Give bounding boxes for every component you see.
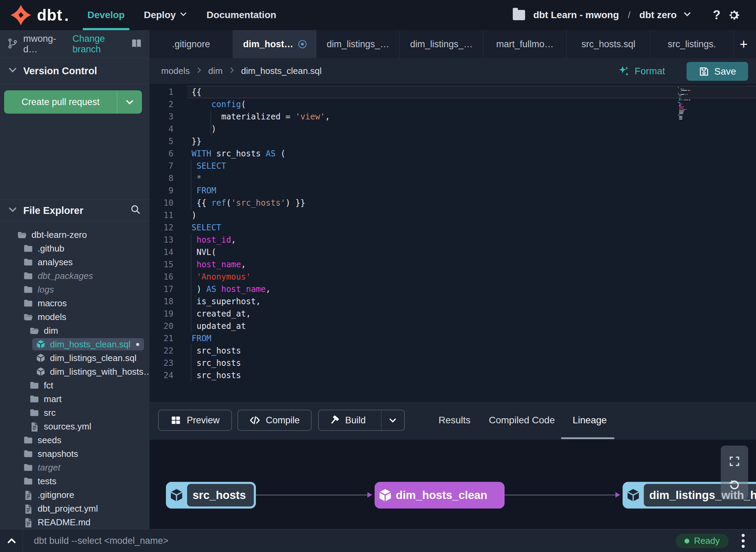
line-number[interactable]: 5: [149, 135, 173, 147]
tab-lineage[interactable]: Lineage: [573, 411, 607, 430]
code-line-11[interactable]: ): [187, 209, 756, 221]
build-button[interactable]: Build: [318, 410, 405, 431]
tree-item-tests[interactable]: tests: [0, 474, 149, 488]
pull-request-dropdown[interactable]: [117, 90, 142, 114]
code-line-13[interactable]: host_id,: [187, 234, 756, 246]
line-number[interactable]: 14: [149, 246, 173, 258]
tree-item-dim-listings-with-hosts-[interactable]: dim_listings_with_hosts…: [0, 365, 149, 378]
code-line-23[interactable]: src_hosts: [187, 357, 756, 369]
line-number[interactable]: 6: [149, 147, 173, 160]
version-control-header[interactable]: Version Control: [0, 58, 149, 84]
code-line-6[interactable]: WITH src_hosts AS (: [187, 147, 756, 160]
tab-results[interactable]: Results: [439, 411, 470, 430]
code-line-19[interactable]: created_at,: [187, 308, 756, 320]
line-number[interactable]: 12: [149, 221, 173, 234]
line-number[interactable]: 18: [149, 295, 173, 308]
tree-item-analyses[interactable]: analyses: [0, 255, 149, 269]
line-number[interactable]: 15: [149, 258, 173, 271]
tree-item-target[interactable]: target: [0, 461, 149, 474]
tree-item--github[interactable]: .github: [0, 242, 149, 255]
line-number[interactable]: 11: [149, 209, 173, 221]
new-tab-button[interactable]: +: [735, 30, 753, 58]
preview-button[interactable]: Preview: [158, 410, 232, 431]
kebab-menu-icon[interactable]: [736, 534, 750, 548]
editor-tab-3[interactable]: dim_listings_…: [400, 30, 483, 58]
nav-documentation[interactable]: Documentation: [207, 0, 276, 30]
code-line-16[interactable]: 'Anonymous': [187, 271, 756, 283]
editor-tab-6[interactable]: src_listings.: [650, 30, 734, 58]
line-number[interactable]: 23: [149, 357, 173, 369]
editor-tab-2[interactable]: dim_listings_…: [316, 30, 400, 58]
breadcrumb-dim[interactable]: dim: [208, 66, 223, 76]
line-number[interactable]: 24: [149, 369, 173, 382]
line-number[interactable]: 10: [149, 197, 173, 209]
tree-item-dim[interactable]: dim: [0, 324, 149, 337]
lineage-node-dim_hosts_clean[interactable]: dim_hosts_clean: [375, 482, 505, 509]
tree-item-dbt-learn-zero[interactable]: dbt-learn-zero: [0, 228, 149, 242]
line-number[interactable]: 20: [149, 320, 173, 332]
docs-book-icon[interactable]: [130, 37, 143, 51]
command-input[interactable]: dbt build --select <model_name>: [34, 536, 676, 546]
tree-item-fct[interactable]: fct: [0, 378, 149, 392]
tree-item-seeds[interactable]: seeds: [0, 433, 149, 447]
nav-develop[interactable]: Develop: [88, 0, 125, 30]
build-dropdown[interactable]: [381, 410, 404, 430]
tree-item-dbt-project-yml[interactable]: dbt_project.yml: [0, 502, 149, 515]
lineage-graph[interactable]: src_hostsdim_hosts_cleandim_listings_wit…: [149, 440, 756, 529]
tab-compiled-code[interactable]: Compiled Code: [489, 411, 555, 430]
reset-view-icon[interactable]: [728, 479, 741, 491]
code-line-24[interactable]: src_hosts: [187, 369, 756, 382]
line-number[interactable]: 4: [149, 123, 173, 135]
file-explorer-header[interactable]: File Explorer: [0, 200, 149, 221]
account-name[interactable]: dbt Learn - mwong: [533, 10, 619, 21]
line-number[interactable]: 17: [149, 283, 173, 295]
tree-item-snapshots[interactable]: snapshots: [0, 447, 149, 461]
lineage-node-src_hosts[interactable]: src_hosts: [166, 482, 256, 509]
settings-gear-icon[interactable]: [727, 8, 741, 22]
breadcrumb-models[interactable]: models: [161, 66, 190, 76]
tree-item-mart[interactable]: mart: [0, 392, 149, 406]
change-branch-link[interactable]: Change branch: [73, 34, 126, 55]
tree-item--gitignore[interactable]: .gitignore: [0, 488, 149, 502]
line-number[interactable]: 9: [149, 184, 173, 197]
code-lines[interactable]: {{ config( materialized = 'view', )}}WIT…: [187, 86, 756, 382]
project-name[interactable]: dbt zero: [639, 10, 677, 21]
code-line-15[interactable]: host_name,: [187, 258, 756, 271]
tree-item-logs[interactable]: logs: [0, 283, 149, 296]
code-line-18[interactable]: is_superhost,: [187, 295, 756, 308]
code-line-4[interactable]: ): [187, 123, 756, 135]
code-editor[interactable]: 123456789101112131415161718192021222324 …: [149, 84, 756, 402]
code-line-22[interactable]: src_hosts: [187, 345, 756, 357]
format-button[interactable]: Format: [617, 65, 665, 77]
code-line-7[interactable]: SELECT: [187, 160, 756, 172]
code-line-5[interactable]: }}: [187, 135, 756, 147]
code-line-10[interactable]: {{ ref('src_hosts') }}: [187, 197, 756, 209]
code-line-14[interactable]: NVL(: [187, 246, 756, 258]
tree-item-dim-listings-clean-sql[interactable]: dim_listings_clean.sql: [0, 351, 149, 365]
line-number[interactable]: 7: [149, 160, 173, 172]
line-number[interactable]: 3: [149, 111, 173, 123]
line-number[interactable]: 21: [149, 332, 173, 345]
fullscreen-icon[interactable]: [728, 455, 741, 467]
line-number[interactable]: 13: [149, 234, 173, 246]
tree-item-readme-md[interactable]: README.md: [0, 515, 149, 529]
code-line-21[interactable]: FROM: [187, 332, 756, 345]
tree-item-dbt-packages[interactable]: dbt_packages: [0, 269, 149, 283]
editor-tab-0[interactable]: .gitignore: [149, 30, 233, 58]
line-number[interactable]: 22: [149, 345, 173, 357]
dbt-logo[interactable]: dbt: [0, 0, 68, 30]
chevron-down-icon[interactable]: [683, 10, 692, 21]
line-number[interactable]: 19: [149, 308, 173, 320]
line-number[interactable]: 8: [149, 172, 173, 184]
code-line-17[interactable]: ) AS host_name,: [187, 283, 756, 295]
code-line-8[interactable]: *: [187, 172, 756, 184]
editor-tab-1[interactable]: dim_host…: [233, 30, 316, 58]
tree-item-macros[interactable]: macros: [0, 296, 149, 310]
code-line-9[interactable]: FROM: [187, 184, 756, 197]
tree-item-dim-hosts-clean-sql[interactable]: dim_hosts_clean.sql: [0, 337, 149, 351]
editor-tab-5[interactable]: src_hosts.sql: [567, 30, 650, 58]
code-line-12[interactable]: SELECT: [187, 221, 756, 234]
search-icon[interactable]: [130, 204, 141, 218]
help-button[interactable]: ?: [713, 8, 720, 22]
compile-button[interactable]: Compile: [237, 410, 312, 431]
